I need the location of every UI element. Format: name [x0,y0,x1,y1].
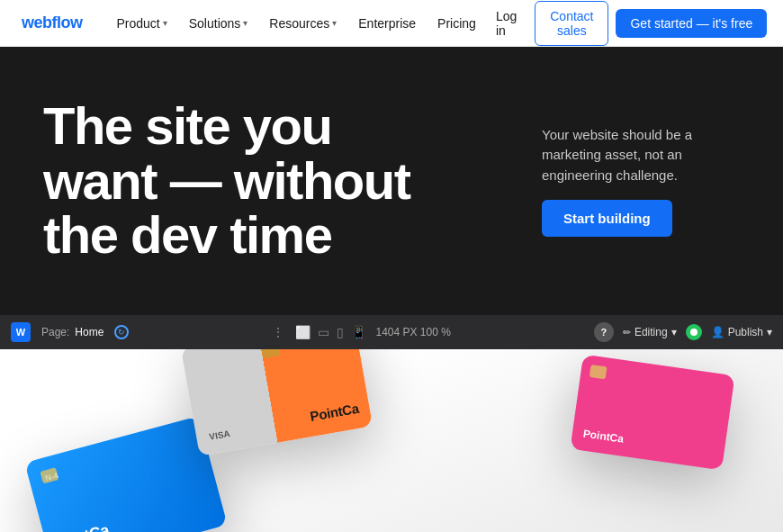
hero-description: Your website should be a marketing asset… [542,125,740,186]
editing-mode-button[interactable]: ✏ Editing ▾ [623,326,677,338]
card-brand: ointCa [60,521,112,532]
chevron-down-icon: ▾ [163,18,167,28]
chevron-down-icon: ▾ [671,326,677,338]
canvas-dimensions: 1404 PX 100 % [375,326,450,338]
status-dot-inner [690,329,698,336]
chip-icon [260,349,280,358]
pencil-icon: ✏ [623,327,631,338]
chevron-down-icon: ▾ [767,326,772,338]
editor-right-controls: ? ✏ Editing ▾ 👤 Publish ▾ [594,322,772,342]
start-building-button[interactable]: Start building [542,200,672,237]
logo[interactable]: webflow [22,14,83,32]
page-selector[interactable]: Page: Home [41,326,104,338]
canvas-preview: N-4 ointCa N-2 VISA PointCa PointCa [0,349,783,532]
card-brand: PointCa [582,428,625,446]
nav-pricing[interactable]: Pricing [428,11,485,36]
chevron-down-icon: ▾ [332,18,337,28]
page-name: Home [75,326,104,338]
cards-scene: N-4 ointCa N-2 VISA PointCa PointCa [0,349,783,532]
editor-toolbar: W Page: Home ↻ ⋮ ⬜ ▭ ▯ 📱 1404 PX 100 % ?… [0,315,783,349]
card-brand: PointCa [309,401,360,424]
hero-section: The site you want — without the dev time… [0,47,783,315]
navigation: webflow Product ▾ Solutions ▾ Resources … [0,0,783,47]
card-pink: PointCa [570,355,734,471]
tablet-landscape-icon[interactable]: ▭ [318,325,329,339]
card-orange-gray: N-2 VISA PointCa [181,349,373,456]
nav-enterprise[interactable]: Enterprise [349,11,425,36]
publish-button[interactable]: 👤 Publish ▾ [711,326,772,338]
visa-label: VISA [209,428,231,442]
desktop-icon[interactable]: ⬜ [295,325,310,339]
nav-links: Product ▾ Solutions ▾ Resources ▾ Enterp… [108,11,485,36]
chevron-down-icon: ▾ [243,18,248,28]
hero-title: The site you want — without the dev time [43,99,506,264]
nav-actions: Log in Contact sales Get started — it's … [485,1,767,46]
hero-left: The site you want — without the dev time [43,99,506,264]
login-button[interactable]: Log in [485,4,527,43]
help-button[interactable]: ? [594,322,614,342]
nav-product[interactable]: Product ▾ [108,11,176,36]
page-label: Page: [41,326,69,338]
chip-icon [590,365,608,379]
user-icon: 👤 [711,326,724,338]
get-started-button[interactable]: Get started — it's free [616,9,767,38]
contact-sales-button[interactable]: Contact sales [535,1,608,46]
more-options-icon[interactable]: ⋮ [272,325,286,339]
card-number: N-4 [44,471,59,482]
mobile-icon[interactable]: 📱 [351,325,366,339]
nav-solutions[interactable]: Solutions ▾ [180,11,257,36]
tablet-portrait-icon[interactable]: ▯ [337,325,344,339]
editor-logo: W [11,322,31,342]
hero-right: Your website should be a marketing asset… [506,125,740,238]
status-indicator [686,324,702,340]
device-switcher: ⬜ ▭ ▯ 📱 [295,325,366,339]
nav-resources[interactable]: Resources ▾ [260,11,346,36]
refresh-button[interactable]: ↻ [114,325,129,339]
editor-center-controls: ⋮ ⬜ ▭ ▯ 📱 1404 PX 100 % [272,325,450,339]
